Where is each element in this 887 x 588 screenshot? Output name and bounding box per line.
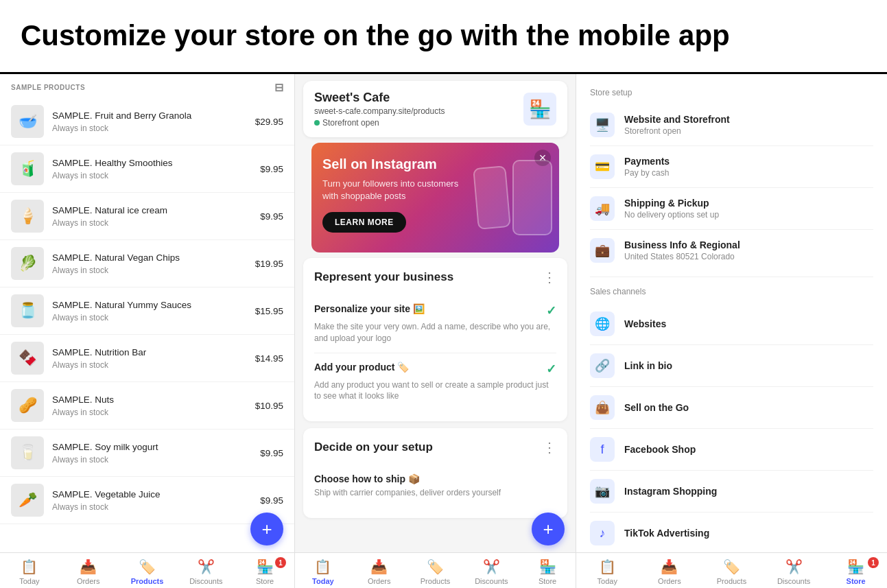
product-item[interactable]: 🥛 SAMPLE. Soy milk yogurt Always in stoc…	[0, 430, 294, 477]
nav-label: Store	[847, 577, 866, 585]
nav-item-discounts[interactable]: ✂️ Discounts	[763, 558, 825, 585]
sales-channel-item-facebook-shop[interactable]: f Facebook Shop	[590, 429, 873, 471]
nav-icon-discounts: ✂️	[785, 558, 802, 575]
store-setup-list: 🖥️ Website and Storefront Storefront ope…	[590, 104, 873, 271]
filter-icon[interactable]: ⊟	[274, 81, 284, 94]
setup-item-payments[interactable]: 💳 Payments Pay by cash	[590, 146, 873, 188]
store-name: Sweet's Cafe	[314, 91, 515, 105]
product-item[interactable]: 🥜 SAMPLE. Nuts Always in stock $10.95	[0, 382, 294, 430]
nav-item-today[interactable]: 📋 Today	[0, 558, 59, 585]
nav-item-discounts[interactable]: ✂️ Discounts	[176, 558, 235, 585]
sales-channel-icon: ♪	[590, 521, 615, 545]
setup-sub: Pay by cash	[624, 168, 873, 178]
product-info: SAMPLE. Healthy Smoothies Always in stoc…	[52, 157, 252, 180]
store-setup-label: Store setup	[590, 88, 873, 97]
nav-item-orders[interactable]: 📥 Orders	[639, 558, 701, 585]
banner-close-button[interactable]: ×	[534, 150, 551, 166]
nav-item-today[interactable]: 📋 Today	[295, 558, 351, 585]
middle-panel: Sweet's Cafe sweet-s-cafe.company.site/p…	[295, 74, 576, 588]
nav-icon-orders: 📥	[371, 558, 388, 575]
setup-info: Instagram Shopping	[624, 486, 873, 497]
setup-name: Websites	[624, 318, 873, 329]
task-item[interactable]: Choose how to ship 📦 Ship with carrier c…	[314, 465, 556, 507]
sales-channel-item-tiktok-advertising[interactable]: ♪ TikTok Advertising	[590, 513, 873, 552]
product-price: $9.95	[260, 164, 283, 174]
setup-item-business-info-&-regional[interactable]: 💼 Business Info & Regional United States…	[590, 230, 873, 271]
nav-item-store[interactable]: 🏪 Store	[519, 558, 576, 585]
setup-item-icon: 🖥️	[590, 113, 615, 137]
product-list: 🥣 SAMPLE. Fruit and Berry Granola Always…	[0, 98, 294, 552]
setup-sub: Storefront open	[624, 126, 873, 136]
product-stock: Always in stock	[52, 408, 247, 417]
product-name: SAMPLE. Vegetable Juice	[52, 489, 252, 501]
setup-item-shipping-&-pickup[interactable]: 🚚 Shipping & Pickup No delivery options …	[590, 188, 873, 230]
nav-item-products[interactable]: 🏷️ Products	[407, 558, 464, 585]
product-item[interactable]: 🥣 SAMPLE. Fruit and Berry Granola Always…	[0, 98, 294, 145]
setup-sub: No delivery options set up	[624, 210, 873, 220]
task-item[interactable]: Add your product 🏷️ ✓ Add any product yo…	[314, 353, 556, 411]
left-bottom-nav: 📋 Today 📥 Orders 🏷️ Products ✂️ Discount…	[0, 552, 294, 588]
sales-channel-item-link-in-bio[interactable]: 🔗 Link in bio	[590, 345, 873, 387]
product-item[interactable]: 🫙 SAMPLE. Natural Yummy Sauces Always in…	[0, 287, 294, 335]
nav-icon-today: 📋	[21, 558, 38, 575]
nav-item-discounts[interactable]: ✂️ Discounts	[463, 558, 519, 585]
product-stock: Always in stock	[52, 313, 247, 322]
represent-more-button[interactable]: ⋮	[543, 269, 556, 285]
product-name: SAMPLE. Fruit and Berry Granola	[52, 110, 247, 122]
product-stock: Always in stock	[52, 502, 252, 512]
product-item[interactable]: 🍫 SAMPLE. Nutrition Bar Always in stock …	[0, 335, 294, 382]
add-product-fab-middle[interactable]: +	[532, 513, 565, 545]
instagram-banner: Sell on Instagram Turn your followers in…	[311, 143, 559, 252]
product-thumb: 🥛	[11, 436, 44, 469]
banner-learn-more-button[interactable]: LEARN MORE	[322, 212, 406, 233]
nav-icon-today: 📋	[599, 558, 615, 575]
product-price: $9.95	[260, 495, 283, 506]
nav-item-store[interactable]: 1 🏪 Store	[825, 558, 887, 585]
sales-channel-item-sell-on-the-go[interactable]: 👜 Sell on the Go	[590, 387, 873, 429]
product-item[interactable]: 🥬 SAMPLE. Natural Vegan Chips Always in …	[0, 240, 294, 287]
right-panel: Store setup 🖥️ Website and Storefront St…	[576, 74, 887, 588]
product-price: $29.95	[255, 117, 283, 127]
product-info: SAMPLE. Natural Yummy Sauces Always in s…	[52, 299, 247, 322]
nav-icon-products: 🏷️	[427, 558, 443, 575]
section-divider	[590, 277, 873, 277]
nav-icon-orders: 📥	[661, 558, 678, 575]
nav-label: Products	[131, 577, 164, 585]
product-item[interactable]: 🧃 SAMPLE. Healthy Smoothies Always in st…	[0, 145, 294, 193]
product-price: $19.95	[255, 259, 283, 269]
left-panel: SAMPLE PRODUCTS ⊟ 🥣 SAMPLE. Fruit and Be…	[0, 74, 295, 588]
setup-info: TikTok Advertising	[624, 528, 873, 539]
product-item[interactable]: 🥕 SAMPLE. Vegetable Juice Always in stoc…	[0, 477, 294, 524]
status-dot	[314, 120, 320, 126]
nav-item-store[interactable]: 1 🏪 Store	[235, 558, 294, 585]
setup-info: Facebook Shop	[624, 444, 873, 455]
represent-tasks: Personalize your site 🖼️ ✓ Make the site…	[314, 295, 556, 410]
nav-label: Orders	[368, 577, 391, 585]
nav-icon-products: 🏷️	[139, 558, 155, 575]
banner-title: Sell on Instagram	[322, 156, 460, 172]
setup-more-button[interactable]: ⋮	[543, 439, 556, 456]
nav-item-orders[interactable]: 📥 Orders	[351, 558, 407, 585]
store-card: Sweet's Cafe sweet-s-cafe.company.site/p…	[303, 81, 567, 137]
add-product-fab-left[interactable]: +	[250, 513, 283, 545]
nav-item-orders[interactable]: 📥 Orders	[59, 558, 118, 585]
sales-channel-item-websites[interactable]: 🌐 Websites	[590, 303, 873, 345]
nav-item-products[interactable]: 🏷️ Products	[700, 558, 763, 585]
product-price: $9.95	[260, 211, 283, 222]
nav-item-today[interactable]: 📋 Today	[576, 558, 639, 585]
task-check: ✓	[546, 362, 556, 377]
nav-label: Products	[717, 577, 746, 585]
nav-label: Today	[19, 577, 39, 585]
product-item[interactable]: 🍦 SAMPLE. Natural ice cream Always in st…	[0, 193, 294, 240]
nav-icon-store: 🏪	[257, 558, 273, 575]
represent-title: Represent your business	[314, 270, 453, 284]
product-price: $9.95	[260, 448, 283, 458]
sales-channels-list: 🌐 Websites 🔗 Link in bio 👜 Sell on the G…	[590, 303, 873, 552]
task-item[interactable]: Personalize your site 🖼️ ✓ Make the site…	[314, 295, 556, 353]
sales-channel-item-instagram-shopping[interactable]: 📷 Instagram Shopping	[590, 471, 873, 513]
nav-item-products[interactable]: 🏷️ Products	[118, 558, 177, 585]
phone-mock-large	[512, 160, 552, 235]
product-stock: Always in stock	[52, 266, 247, 275]
task-check: ✓	[546, 303, 556, 318]
setup-item-website-and-storefront[interactable]: 🖥️ Website and Storefront Storefront ope…	[590, 104, 873, 146]
